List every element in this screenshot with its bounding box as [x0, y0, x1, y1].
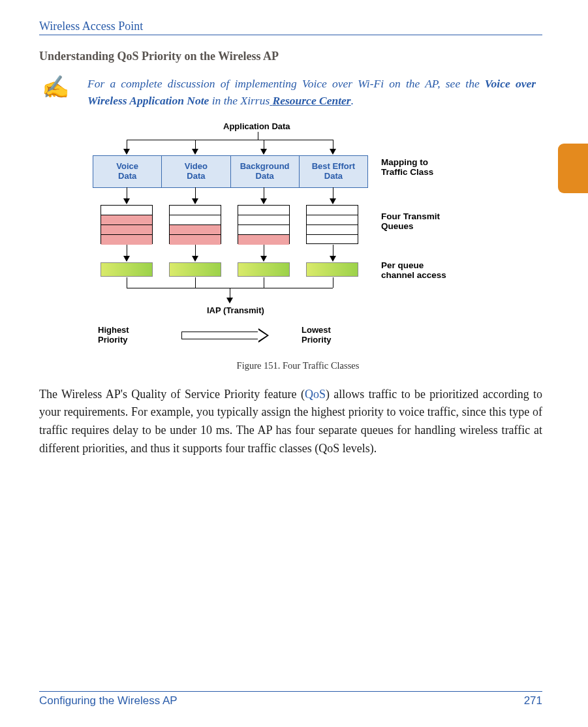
connector — [264, 187, 264, 199]
page-footer: Configuring the Wireless AP 271 — [39, 691, 542, 707]
para-pre: The Wireless AP's Quality of Service Pri… — [39, 388, 305, 401]
note-mid: in the Xirrus — [212, 94, 270, 107]
connector — [127, 140, 333, 140]
priority-arrow — [181, 329, 273, 341]
connector — [195, 140, 196, 149]
class-besteffort: Best Effort Data — [299, 156, 367, 187]
arrow-down-icon — [330, 149, 336, 155]
connector — [264, 277, 264, 288]
queue-1 — [101, 205, 153, 244]
connector — [127, 187, 127, 199]
connector — [195, 277, 196, 288]
label-iap: IAP (Transmit) — [207, 305, 264, 315]
arrow-down-icon — [330, 256, 336, 262]
footer-left: Configuring the Wireless AP — [39, 694, 178, 707]
channel-3 — [238, 262, 290, 277]
arrow-down-icon — [192, 256, 198, 262]
arrow-down-icon — [123, 256, 130, 262]
queue-3 — [238, 205, 290, 244]
section-title: Understanding QoS Priority on the Wirele… — [39, 50, 542, 63]
channel-2 — [169, 262, 221, 277]
side-tab — [558, 144, 588, 193]
page-header: Wireless Access Point — [39, 20, 542, 35]
queue-2 — [169, 205, 221, 244]
connector — [127, 277, 127, 288]
figure-caption: Figure 151. Four Traffic Classes — [54, 360, 542, 371]
hand-write-icon: ✍ — [42, 76, 69, 99]
class-video: Video Data — [161, 156, 230, 187]
connector — [333, 187, 333, 199]
arrow-down-icon — [260, 198, 267, 204]
arrow-down-icon — [123, 198, 130, 204]
qos-link[interactable]: QoS — [305, 388, 326, 401]
label-mapping: Mapping to Traffic Class — [381, 157, 433, 177]
diagram: Application Data Voice Data Video Data B… — [80, 121, 497, 356]
arrow-down-icon — [192, 198, 198, 204]
arrow-down-icon — [226, 298, 233, 303]
arrow-down-icon — [330, 198, 336, 204]
label-highest-priority: Highest Priority — [98, 325, 129, 345]
figure: Application Data Voice Data Video Data B… — [80, 121, 542, 371]
queue-4 — [306, 205, 358, 244]
class-voice: Voice Data — [93, 156, 161, 187]
connector — [333, 140, 333, 149]
connector — [258, 132, 258, 140]
note-post: . — [351, 94, 354, 107]
footer-page-number: 271 — [524, 694, 542, 707]
connector — [127, 245, 127, 256]
body-paragraph: The Wireless AP's Quality of Service Pri… — [39, 386, 542, 459]
header-title: Wireless Access Point — [39, 20, 143, 33]
label-lowest-priority: Lowest Priority — [302, 325, 332, 345]
connector — [195, 187, 196, 199]
traffic-class-row: Voice Data Video Data Background Data Be… — [93, 155, 368, 188]
channel-4 — [306, 262, 358, 277]
arrow-down-icon — [260, 149, 267, 155]
connector — [333, 245, 333, 256]
label-application-data: Application Data — [223, 121, 290, 131]
label-channel: Per queue channel access — [381, 260, 446, 280]
connector — [195, 245, 196, 256]
connector — [127, 140, 127, 149]
class-background: Background Data — [230, 156, 299, 187]
connector — [230, 288, 230, 298]
connector — [264, 140, 264, 149]
note-link[interactable]: Resource Center — [273, 94, 351, 107]
arrow-down-icon — [260, 256, 267, 262]
label-queues: Four Transmit Queues — [381, 211, 440, 231]
note-text: For a complete discussion of implementin… — [87, 75, 536, 110]
channel-1 — [101, 262, 153, 277]
connector — [264, 245, 264, 256]
arrow-down-icon — [192, 149, 198, 155]
note-pre: For a complete discussion of implementin… — [87, 77, 485, 90]
note-callout: ✍ For a complete discussion of implement… — [42, 75, 536, 110]
arrow-down-icon — [123, 149, 130, 155]
connector — [333, 277, 333, 288]
